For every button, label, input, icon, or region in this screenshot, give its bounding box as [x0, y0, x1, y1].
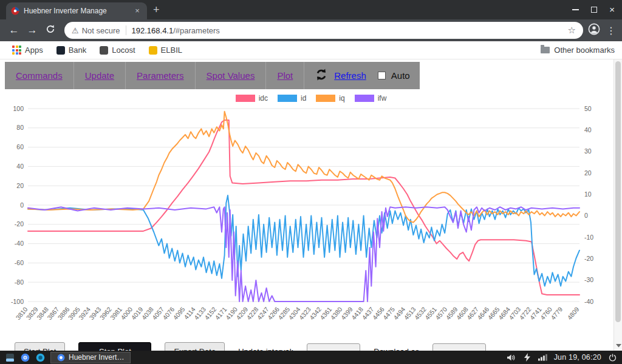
- nav-update-link[interactable]: Update: [85, 70, 114, 81]
- bookmark-bank-label: Bank: [69, 46, 87, 55]
- scrollbar-thumb[interactable]: [615, 61, 621, 322]
- left-axis-tick-label: -80: [15, 278, 24, 286]
- legend-swatch-idc: [236, 95, 255, 102]
- bookmark-bank[interactable]: Bank: [52, 43, 92, 58]
- browser-menu-icon[interactable]: ⋮: [605, 25, 617, 36]
- left-axis-tick-label: -40: [15, 240, 24, 247]
- task-favicon-icon: [57, 354, 65, 362]
- refresh-icon[interactable]: [314, 67, 329, 84]
- address-bar[interactable]: ⚠ Not secure 192.168.4.1 /#parameters ☆: [64, 22, 583, 39]
- left-axis-tick-label: -20: [15, 220, 24, 228]
- window-controls: ×: [572, 0, 615, 19]
- files-app-icon[interactable]: [5, 352, 15, 362]
- legend-label-iq: iq: [339, 94, 344, 103]
- forward-icon[interactable]: →: [23, 24, 41, 36]
- back-icon[interactable]: ←: [5, 24, 23, 36]
- start-plot-button[interactable]: Start Plot: [15, 342, 65, 351]
- page-nav: Commands Update Parameters Spot Values P…: [5, 62, 420, 89]
- nav-spot-values-link[interactable]: Spot Values: [207, 70, 255, 81]
- browser-toolbar: ← → ⚠ Not secure 192.168.4.1 /#parameter…: [0, 19, 622, 41]
- other-bookmarks[interactable]: Other bookmarks: [541, 46, 615, 55]
- nav-commands-link[interactable]: Commands: [16, 70, 63, 81]
- left-axis-tick-label: 80: [16, 124, 24, 131]
- profile-avatar-icon[interactable]: [588, 23, 600, 38]
- plot-canvas[interactable]: 100806040200-20-40-60-80-10050403020100-…: [4, 104, 616, 329]
- right-axis-tick-label: 30: [584, 147, 592, 155]
- tab-close-icon[interactable]: ×: [132, 6, 142, 16]
- locost-favicon: [100, 46, 108, 55]
- apps-grid-icon: [12, 46, 21, 55]
- scroll-down-icon[interactable]: [615, 342, 621, 349]
- nav-plot-link[interactable]: Plot: [277, 70, 293, 81]
- bookmark-elbil[interactable]: ELBIL: [144, 43, 187, 58]
- bookmark-apps-label: Apps: [25, 46, 43, 55]
- series-line-idc: [28, 120, 579, 295]
- power-icon[interactable]: [607, 352, 617, 362]
- omnibox-divider: [126, 25, 126, 35]
- right-axis-tick-label: -30: [584, 276, 593, 283]
- left-axis-tick-label: -100: [11, 298, 24, 305]
- tab-title: Huebner Inverter Manage: [24, 7, 128, 15]
- legend-label-idc: idc: [259, 94, 268, 103]
- plot-footer: Start Plot Stop Plot Export Data Update …: [15, 342, 622, 351]
- bookmark-locost[interactable]: Locost: [95, 43, 140, 58]
- nav-parameters-link[interactable]: Parameters: [137, 70, 184, 81]
- legend-swatch-iq: [316, 95, 335, 102]
- right-axis-tick-label: 50: [584, 105, 592, 112]
- auto-label: Auto: [391, 70, 410, 81]
- maximize-icon[interactable]: [591, 7, 597, 13]
- download-as-select[interactable]: [432, 343, 486, 351]
- stop-plot-button[interactable]: Stop Plot: [78, 342, 151, 351]
- left-axis-tick-label: 20: [16, 182, 24, 189]
- tab-bar: Huebner Inverter Manage × + ×: [0, 0, 622, 19]
- bookmarks-bar: Apps Bank Locost ELBIL Other bookmarks: [0, 41, 622, 59]
- legend-swatch-id: [278, 95, 297, 102]
- legend-swatch-ifw: [355, 95, 374, 102]
- taskbar-window-button[interactable]: Huebner Invert…: [50, 352, 131, 363]
- x-axis-tick-label: 4809: [566, 305, 580, 321]
- taskbar-clock[interactable]: Jun 19, 06:20: [554, 353, 601, 362]
- bookmark-star-icon[interactable]: ☆: [568, 25, 576, 36]
- legend-item-iq[interactable]: iq: [316, 94, 344, 103]
- taskbar: Huebner Invert… Jun 19, 06:20: [0, 351, 622, 364]
- bookmark-apps[interactable]: Apps: [7, 43, 48, 58]
- folder-icon: [541, 47, 550, 53]
- left-axis-tick-label: 100: [13, 105, 24, 112]
- new-tab-button[interactable]: +: [153, 4, 160, 16]
- page-scrollbar[interactable]: [613, 59, 622, 351]
- volume-icon[interactable]: [507, 352, 516, 362]
- bank-favicon: [56, 46, 65, 55]
- legend-item-id[interactable]: id: [278, 94, 306, 103]
- right-axis-tick-label: -40: [584, 298, 593, 305]
- network-signal-icon[interactable]: [538, 352, 548, 362]
- taskbar-window-title: Huebner Invert…: [69, 353, 124, 362]
- download-as-label: Download as: [374, 347, 419, 351]
- not-secure-warning-icon[interactable]: ⚠: [72, 26, 79, 35]
- camera-app-icon[interactable]: [35, 352, 45, 362]
- browser-app-icon[interactable]: [20, 352, 30, 362]
- right-axis-tick-label: 0: [584, 212, 588, 219]
- legend-item-ifw[interactable]: ifw: [355, 94, 387, 103]
- update-interval-select[interactable]: [307, 343, 360, 351]
- export-data-button[interactable]: Export Data: [165, 342, 225, 351]
- chart-legend: idcidiqifw: [0, 93, 622, 104]
- other-bookmarks-label: Other bookmarks: [554, 46, 615, 55]
- url-host: 192.168.4.1: [132, 26, 174, 35]
- right-axis-tick-label: -10: [584, 234, 593, 241]
- right-axis-tick-label: 40: [584, 126, 592, 133]
- minimize-icon[interactable]: [572, 9, 579, 10]
- refresh-link[interactable]: Refresh: [334, 70, 366, 81]
- url-path: /#parameters: [173, 26, 220, 35]
- page-content: Commands Update Parameters Spot Values P…: [0, 59, 622, 351]
- left-axis-tick-label: -60: [15, 259, 24, 266]
- power-bolt-icon[interactable]: [522, 352, 532, 362]
- left-axis-tick-label: 60: [16, 143, 24, 150]
- right-axis-tick-label: 10: [584, 190, 592, 198]
- browser-tab[interactable]: Huebner Inverter Manage ×: [6, 2, 147, 19]
- legend-item-idc[interactable]: idc: [236, 94, 268, 103]
- auto-checkbox[interactable]: [378, 72, 386, 79]
- left-axis-tick-label: 0: [20, 201, 24, 209]
- reload-icon[interactable]: [41, 24, 60, 37]
- window-close-icon[interactable]: ×: [609, 7, 615, 13]
- right-axis-tick-label: 20: [584, 169, 592, 177]
